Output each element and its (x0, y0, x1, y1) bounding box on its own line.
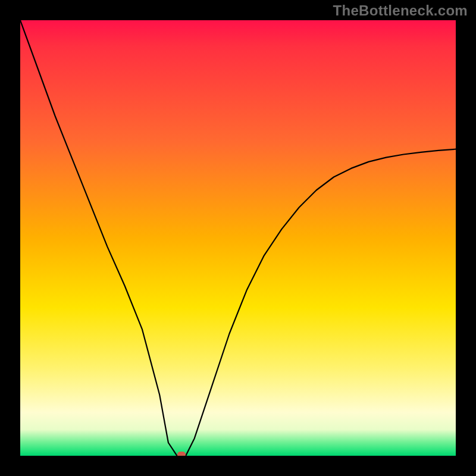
minimum-marker (177, 452, 186, 456)
plot-area (20, 20, 456, 456)
chart-frame: TheBottleneck.com (0, 0, 476, 476)
bottleneck-curve (20, 20, 456, 456)
watermark-text: TheBottleneck.com (333, 2, 468, 19)
